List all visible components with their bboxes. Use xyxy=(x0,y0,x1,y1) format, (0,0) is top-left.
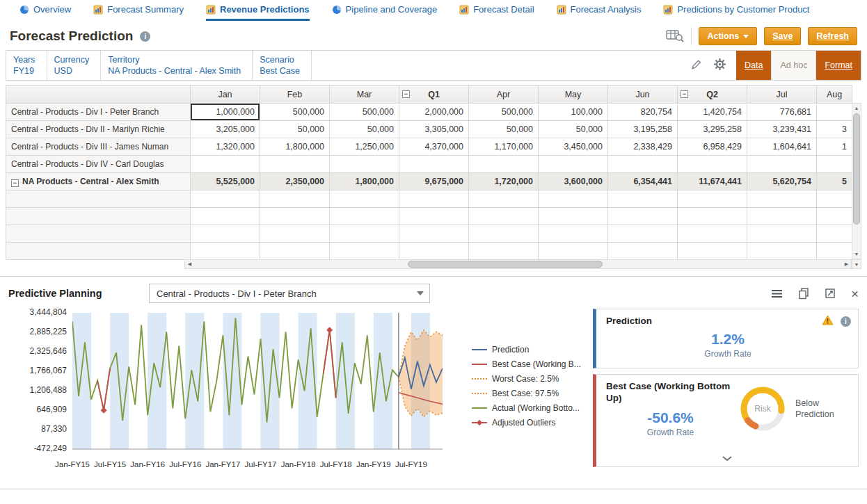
col-header-mar[interactable]: Mar xyxy=(330,86,399,104)
grid-vertical-scrollbar[interactable]: ▲ ▼ xyxy=(852,103,861,259)
tab-forecast-analysis[interactable]: Forecast Analysis xyxy=(557,0,642,21)
cell-r6-apr[interactable] xyxy=(469,208,539,225)
cell-r6-jan[interactable] xyxy=(191,208,260,225)
cell-r0-may[interactable]: 100,000 xyxy=(539,104,608,121)
settings-gear-icon[interactable] xyxy=(713,58,726,73)
vertical-scroll-thumb[interactable] xyxy=(853,113,860,225)
cell-r6-q2[interactable] xyxy=(678,208,747,225)
menu-icon[interactable] xyxy=(771,289,783,298)
cell-r2-apr[interactable]: 1,170,000 xyxy=(469,138,539,156)
actions-button[interactable]: Actions xyxy=(699,27,757,45)
cell-r5-aug[interactable] xyxy=(817,190,852,208)
cell-r6-may[interactable] xyxy=(539,208,608,225)
cell-r2-feb[interactable]: 1,800,000 xyxy=(260,138,330,156)
cell-r5-jul[interactable] xyxy=(747,190,817,208)
col-header-jun[interactable]: Jun xyxy=(608,86,678,104)
pov-scenario[interactable]: ScenarioBest Case xyxy=(253,51,312,80)
cell-r3-q2[interactable] xyxy=(678,156,747,173)
cell-r0-jun[interactable]: 820,754 xyxy=(608,104,678,121)
cell-r4-jan[interactable]: 5,525,000 xyxy=(191,173,260,190)
cell-r8-apr[interactable] xyxy=(469,243,539,260)
cell-r1-feb[interactable]: 50,000 xyxy=(260,121,330,138)
cell-r5-q1[interactable] xyxy=(399,190,469,208)
data-toggle[interactable]: Data xyxy=(736,51,771,80)
cell-r8-may[interactable] xyxy=(539,243,608,260)
cell-r3-may[interactable] xyxy=(539,156,608,173)
row-header-central-products-div-iii-james-numan[interactable]: Central - Products - Div III - James Num… xyxy=(6,138,191,156)
cell-r4-q1[interactable]: 9,675,000 xyxy=(399,173,469,190)
cell-r4-feb[interactable]: 2,350,000 xyxy=(260,173,330,190)
cell-r7-feb[interactable] xyxy=(260,225,330,243)
prediction-info-icon[interactable]: i xyxy=(841,316,851,327)
collapse-icon[interactable]: − xyxy=(681,90,688,98)
col-header-feb[interactable]: Feb xyxy=(260,86,330,104)
cell-r3-mar[interactable] xyxy=(330,156,399,173)
cell-r4-aug[interactable]: 5 xyxy=(817,173,852,190)
col-header-aug[interactable]: Aug xyxy=(817,86,852,104)
collapse-icon[interactable]: − xyxy=(11,179,19,187)
cell-r4-apr[interactable]: 1,720,000 xyxy=(469,173,539,190)
cell-r7-jun[interactable] xyxy=(608,225,678,243)
expand-chevron-icon[interactable] xyxy=(722,453,733,464)
cell-r5-jun[interactable] xyxy=(608,190,678,208)
cell-r0-jan[interactable]: 1,000,000 xyxy=(191,104,260,121)
cell-r1-jul[interactable]: 3,239,431 xyxy=(747,121,817,138)
row-header-empty[interactable] xyxy=(6,208,191,225)
cell-r7-may[interactable] xyxy=(539,225,608,243)
cell-r5-apr[interactable] xyxy=(469,190,539,208)
cell-r8-q2[interactable] xyxy=(678,243,747,260)
cell-r3-apr[interactable] xyxy=(469,156,539,173)
cell-r8-q1[interactable] xyxy=(399,243,469,260)
cell-r8-aug[interactable] xyxy=(817,243,852,260)
cell-r2-q1[interactable]: 4,370,000 xyxy=(399,138,469,156)
cell-r8-mar[interactable] xyxy=(330,243,399,260)
cell-r5-q2[interactable] xyxy=(678,190,747,208)
refresh-button[interactable]: Refresh xyxy=(808,27,857,45)
cell-r8-feb[interactable] xyxy=(260,243,330,260)
cell-r1-jun[interactable]: 3,195,258 xyxy=(608,121,678,138)
cell-r7-aug[interactable] xyxy=(817,225,852,243)
cell-r2-q2[interactable]: 6,958,429 xyxy=(678,138,747,156)
member-selector[interactable]: Central - Products - Div I - Peter Branc… xyxy=(149,284,430,303)
cell-r3-jun[interactable] xyxy=(608,156,678,173)
cell-r3-q1[interactable] xyxy=(399,156,469,173)
cell-r3-jan[interactable] xyxy=(191,156,260,173)
close-icon[interactable]: × xyxy=(851,287,859,300)
cell-r4-mar[interactable]: 1,800,000 xyxy=(330,173,399,190)
cell-r7-jul[interactable] xyxy=(747,225,817,243)
pov-currency[interactable]: CurrencyUSD xyxy=(47,51,102,80)
row-header-central-products-div-ii-marilyn-richie[interactable]: Central - Products - Div II - Marilyn Ri… xyxy=(6,121,191,138)
col-header-may[interactable]: May xyxy=(539,86,608,104)
copy-icon[interactable] xyxy=(798,288,809,300)
cell-r0-q2[interactable]: 1,420,754 xyxy=(678,104,747,121)
cell-r8-jun[interactable] xyxy=(608,243,678,260)
row-header-na-products-central-alex-smith[interactable]: −NA Products - Central - Alex Smith xyxy=(6,173,191,190)
pov-years[interactable]: YearsFY19 xyxy=(6,51,47,80)
col-header-q2[interactable]: −Q2 xyxy=(678,86,747,104)
save-button[interactable]: Save xyxy=(764,27,801,45)
cell-r1-may[interactable]: 50,000 xyxy=(539,121,608,138)
row-header-empty[interactable] xyxy=(6,225,191,243)
adhoc-toggle[interactable]: Ad hoc xyxy=(771,51,816,80)
cell-r5-may[interactable] xyxy=(539,190,608,208)
info-icon[interactable]: i xyxy=(140,31,150,42)
row-header-central-products-div-iv-carl-douglas[interactable]: Central - Products - Div IV - Carl Dougl… xyxy=(6,156,191,173)
cell-r6-jul[interactable] xyxy=(747,208,817,225)
cell-r3-aug[interactable] xyxy=(817,156,852,173)
cell-r4-q2[interactable]: 11,674,441 xyxy=(678,173,747,190)
grid-search-icon[interactable] xyxy=(666,29,684,44)
tab-overview[interactable]: Overview xyxy=(19,0,71,21)
cell-r6-feb[interactable] xyxy=(260,208,330,225)
cell-r1-aug[interactable]: 3 xyxy=(817,121,852,138)
maximize-icon[interactable] xyxy=(825,288,836,299)
horizontal-scroll-thumb[interactable] xyxy=(408,261,602,268)
cell-r0-aug[interactable] xyxy=(817,104,852,121)
cell-r7-jan[interactable] xyxy=(191,225,260,243)
cell-r2-jun[interactable]: 2,338,429 xyxy=(608,138,678,156)
cell-r0-apr[interactable]: 500,000 xyxy=(469,104,539,121)
cell-r6-aug[interactable] xyxy=(817,208,852,225)
pov-territory[interactable]: TerritoryNA Products - Central - Alex Sm… xyxy=(101,51,253,80)
warning-icon[interactable] xyxy=(822,315,834,327)
cell-r1-apr[interactable]: 50,000 xyxy=(469,121,539,138)
col-header-jan[interactable]: Jan xyxy=(191,86,260,104)
